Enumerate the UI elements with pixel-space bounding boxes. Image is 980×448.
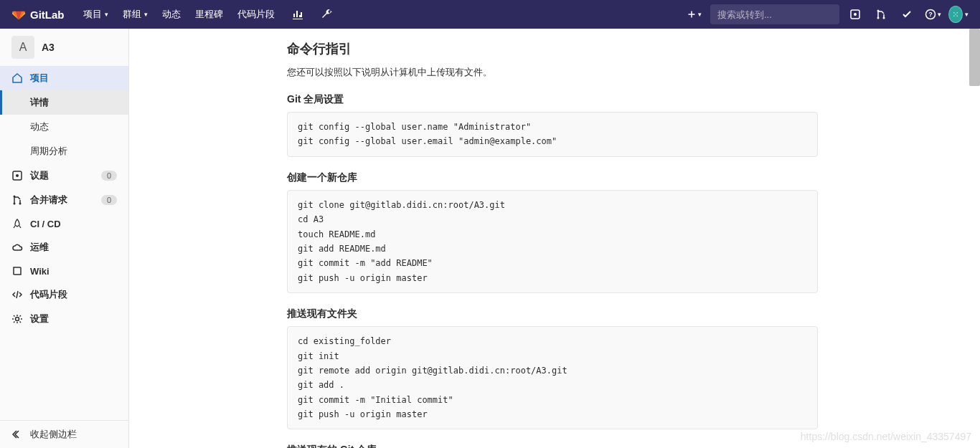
sidebar-item-4[interactable]: 议题0: [0, 163, 128, 188]
collapse-sidebar[interactable]: 收起侧边栏: [0, 420, 128, 448]
nav-item-3[interactable]: 里程碑: [188, 0, 230, 29]
sidebar-item-8[interactable]: Wiki: [0, 259, 128, 282]
wrench-icon: [321, 9, 332, 20]
sidebar-item-label: 项目: [30, 72, 49, 85]
navbar: GitLab 项目▾群组▾动态里程碑代码片段 ▾ ? ▾: [0, 0, 980, 29]
issues-link[interactable]: [845, 4, 865, 24]
sidebar-item-5[interactable]: 合并请求0: [0, 188, 128, 212]
svg-point-4: [883, 17, 885, 19]
merge-requests-link[interactable]: [871, 4, 891, 24]
gear-icon: [11, 313, 23, 325]
sidebar-item-0[interactable]: 项目: [0, 66, 128, 90]
search-box[interactable]: [710, 4, 839, 24]
count-badge: 0: [101, 171, 117, 181]
sidebar-item-label: CI / CD: [30, 219, 61, 229]
book-icon: [11, 265, 23, 277]
sidebar-item-1[interactable]: 详情: [0, 90, 128, 115]
sidebar-item-label: 详情: [30, 96, 49, 109]
content-inner: 命令行指引 您还可以按照以下说明从计算机中上传现有文件。 Git 全局设置git…: [273, 40, 832, 448]
sidebar-item-label: 设置: [30, 313, 49, 325]
todos-link[interactable]: [897, 4, 917, 24]
sidebar-item-label: 议题: [30, 169, 49, 182]
page-title: 命令行指引: [287, 40, 818, 57]
section-title-2: 推送现有文件夹: [287, 308, 818, 320]
navbar-left: GitLab 项目▾群组▾动态里程碑代码片段: [11, 0, 339, 29]
nav-label: 项目: [83, 8, 102, 21]
nav-item-4[interactable]: 代码片段: [230, 0, 282, 29]
section-title-0: Git 全局设置: [287, 93, 818, 106]
svg-point-9: [16, 174, 19, 177]
section-title-3: 推送现有的 Git 仓库: [287, 444, 818, 448]
help-icon: ?: [925, 9, 936, 20]
project-name: A3: [42, 42, 55, 53]
search-input[interactable]: [717, 9, 838, 20]
user-menu[interactable]: ▾: [948, 4, 969, 24]
rocket-icon: [11, 218, 23, 229]
sidebar-item-3[interactable]: 周期分析: [0, 139, 128, 163]
nav-item-0[interactable]: 项目▾: [76, 0, 116, 29]
logo-text: GitLab: [30, 9, 65, 21]
logo[interactable]: GitLab: [11, 7, 65, 22]
svg-point-2: [877, 10, 880, 12]
chevron-down-icon: ▾: [144, 11, 148, 18]
chevron-down-icon: ▾: [965, 11, 969, 18]
nav-label: 群组: [123, 8, 141, 21]
user-pattern-icon: [951, 10, 960, 19]
svg-point-11: [14, 203, 16, 205]
svg-point-1: [854, 13, 857, 16]
svg-point-3: [877, 17, 880, 19]
code-block-0: git config --global user.name "Administr…: [287, 112, 818, 157]
sidebar-item-9[interactable]: 代码片段: [0, 282, 128, 307]
collapse-label: 收起侧边栏: [30, 428, 77, 441]
navbar-right: ▾ ? ▾ ▾: [684, 4, 969, 24]
nav-label: 代码片段: [237, 8, 275, 21]
chevron-down-icon: ▾: [698, 11, 702, 18]
nav-item-2[interactable]: 动态: [155, 0, 188, 29]
chevron-down-icon: ▾: [105, 11, 108, 18]
help-dropdown[interactable]: ? ▾: [923, 4, 943, 24]
merge-icon: [875, 9, 887, 20]
new-dropdown[interactable]: ▾: [684, 4, 705, 24]
cloud-icon: [11, 242, 23, 253]
code-block-1: git clone git@gitlab.didi.cn:root/A3.git…: [287, 190, 818, 293]
content: 命令行指引 您还可以按照以下说明从计算机中上传现有文件。 Git 全局设置git…: [129, 29, 980, 448]
sidebar-item-label: 合并请求: [30, 194, 67, 206]
issues-icon: [11, 170, 23, 181]
sidebar-item-label: 运维: [30, 241, 49, 254]
project-header[interactable]: A A3: [0, 29, 128, 66]
check-icon: [901, 9, 913, 20]
sidebar-item-6[interactable]: CI / CD: [0, 212, 128, 235]
chevron-down-icon: ▾: [938, 11, 941, 18]
merge-icon: [11, 194, 23, 206]
sidebar-item-2[interactable]: 动态: [0, 115, 128, 139]
sidebar-item-label: Wiki: [30, 266, 50, 277]
svg-point-12: [19, 203, 22, 205]
nav-label: 里程碑: [195, 8, 223, 21]
nav-activity-icon[interactable]: [285, 0, 311, 29]
svg-point-10: [14, 196, 16, 198]
issues-icon: [849, 9, 861, 20]
plus-icon: [687, 10, 696, 19]
nav-item-1[interactable]: 群组▾: [116, 0, 155, 29]
layout: A A3 项目详情动态周期分析议题0合并请求0CI / CD运维Wiki代码片段…: [0, 29, 980, 448]
gitlab-icon: [11, 7, 26, 22]
chart-icon: [292, 9, 303, 20]
sidebar: A A3 项目详情动态周期分析议题0合并请求0CI / CD运维Wiki代码片段…: [0, 29, 129, 448]
nav-label: 动态: [162, 8, 181, 21]
sidebar-item-7[interactable]: 运维: [0, 235, 128, 259]
sidebar-menu: 项目详情动态周期分析议题0合并请求0CI / CD运维Wiki代码片段设置: [0, 66, 128, 420]
count-badge: 0: [101, 195, 117, 205]
project-avatar: A: [11, 36, 34, 59]
scrollbar[interactable]: [969, 29, 980, 86]
section-title-1: 创建一个新仓库: [287, 171, 818, 184]
sidebar-item-10[interactable]: 设置: [0, 307, 128, 331]
sidebar-item-label: 动态: [30, 120, 49, 133]
sidebar-item-label: 代码片段: [30, 288, 67, 301]
home-icon: [11, 72, 23, 84]
svg-text:?: ?: [928, 11, 933, 18]
sidebar-item-label: 周期分析: [30, 145, 67, 158]
avatar: [948, 6, 963, 23]
snippet-icon: [11, 289, 23, 300]
nav-admin-icon[interactable]: [314, 0, 339, 29]
collapse-icon: [11, 429, 23, 440]
